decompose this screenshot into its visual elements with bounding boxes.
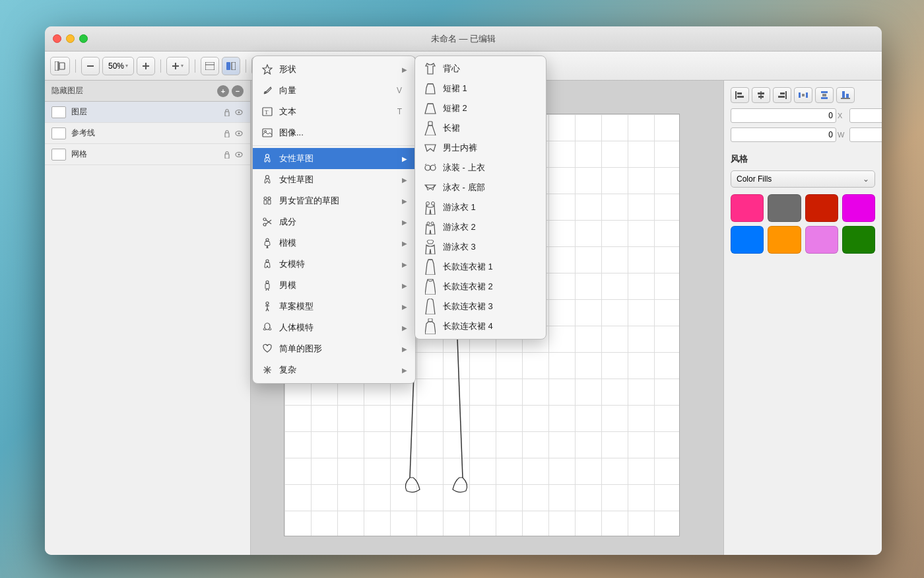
color-swatch-magenta[interactable] xyxy=(842,194,875,222)
w-input[interactable] xyxy=(731,127,836,142)
style-dropdown[interactable]: Color Fills ⌄ xyxy=(731,170,875,188)
svg-point-102 xyxy=(426,202,430,205)
submenu-item-long-dress-2[interactable]: 长款连衣裙 2 xyxy=(415,277,546,297)
submenu-item-long-dress-3[interactable]: 长款连衣裙 3 xyxy=(415,297,546,316)
menu-item-sketch-model[interactable]: 草案模型 ▶ xyxy=(253,296,415,317)
svg-rect-53 xyxy=(799,92,801,98)
color-swatch-blue[interactable] xyxy=(731,226,764,254)
menu-item-vector[interactable]: 向量 V ▶ xyxy=(253,80,415,101)
align-distribute-h-button[interactable] xyxy=(794,87,812,103)
color-swatch-gray[interactable] xyxy=(768,194,801,222)
menu-arrow-body-model: ▶ xyxy=(402,324,407,332)
svg-rect-82 xyxy=(265,284,269,289)
menu-item-text[interactable]: T 文本 T ▶ xyxy=(253,101,415,122)
color-swatch-green[interactable] xyxy=(842,226,875,254)
layer-eye-icon-2[interactable] xyxy=(234,150,244,159)
menu-item-image[interactable]: 图像... ▶ xyxy=(253,122,415,143)
menu-arrow-female-model: ▶ xyxy=(402,261,407,268)
layer-eye-icon-0[interactable] xyxy=(234,108,244,117)
color-swatch-red[interactable] xyxy=(805,194,838,222)
menu-arrow-female-selected: ▶ xyxy=(402,155,407,163)
layer-item-1[interactable]: 参考线 xyxy=(45,123,250,144)
align-left-button[interactable] xyxy=(731,87,749,103)
zoom-plus-button[interactable] xyxy=(137,57,155,75)
h-input[interactable] xyxy=(849,127,882,142)
remove-layer-button[interactable]: − xyxy=(232,85,244,97)
long-dress-2-icon xyxy=(423,279,438,294)
layers-header: 隐藏图层 + − xyxy=(45,81,250,102)
submenu-item-swimwear-top[interactable]: 泳装 - 上衣 xyxy=(415,158,546,178)
color-swatch-pink[interactable] xyxy=(731,194,764,222)
menu-item-male-model[interactable]: 男模 ▶ xyxy=(253,275,415,296)
svg-rect-58 xyxy=(822,94,826,96)
svg-point-103 xyxy=(432,202,435,205)
menu-item-mannequin[interactable]: 楷模 ▶ xyxy=(253,233,415,254)
svg-text:T: T xyxy=(265,109,269,116)
window-mode-1-button[interactable] xyxy=(201,57,219,75)
menu-item-simple-shapes[interactable]: 简单的图形 ▶ xyxy=(253,338,415,359)
menu-item-unisex[interactable]: 男女皆宜的草图 ▶ xyxy=(253,190,415,211)
submenu-item-short-skirt-1[interactable]: 短裙 1 xyxy=(415,79,546,98)
image-icon xyxy=(261,126,274,139)
minimize-button[interactable] xyxy=(66,34,75,43)
layers-title: 隐藏图层 xyxy=(51,85,83,96)
layer-eye-icon-1[interactable] xyxy=(234,129,244,138)
layer-lock-icon-0[interactable] xyxy=(222,108,232,117)
style-dropdown-label: Color Fills xyxy=(737,174,772,184)
layer-item-2[interactable]: 网格 xyxy=(45,144,250,165)
submenu-item-swimsuit-3[interactable]: 游泳衣 3 xyxy=(415,237,546,257)
layer-lock-icon-2[interactable] xyxy=(222,150,232,159)
window-mode-2-icon xyxy=(226,62,236,70)
zoom-minus-button[interactable] xyxy=(81,57,100,75)
x-input[interactable] xyxy=(731,108,836,123)
submenu-item-long-dress-1[interactable]: 长款连衣裙 1 xyxy=(415,257,546,277)
svg-point-85 xyxy=(266,302,269,305)
window-mode-2-button[interactable] xyxy=(222,57,240,75)
tank-top-icon xyxy=(423,61,438,76)
menu-sep-1 xyxy=(253,145,415,146)
submenu-item-swimsuit-2[interactable]: 游泳衣 2 xyxy=(415,217,546,237)
submenu-item-long-skirt[interactable]: 长裙 xyxy=(415,118,546,138)
color-swatch-orange[interactable] xyxy=(768,226,801,254)
submenu-item-swimsuit-1[interactable]: 游泳衣 1 xyxy=(415,198,546,217)
submenu-item-swimwear-bottom[interactable]: 泳衣 - 底部 xyxy=(415,178,546,198)
close-button[interactable] xyxy=(53,34,61,43)
align-center-h-button[interactable] xyxy=(752,87,770,103)
layer-thumb-1 xyxy=(51,127,66,139)
svg-rect-44 xyxy=(735,91,737,99)
menu-item-female-sketch-selected[interactable]: 女性草图 ▶ xyxy=(253,148,415,169)
layer-lock-icon-1[interactable] xyxy=(222,129,232,138)
submenu-item-long-dress-4[interactable]: 长款连衣裙 4 xyxy=(415,316,546,336)
menu-label-female-selected: 女性草图 xyxy=(279,153,402,164)
toolbar-sep-1 xyxy=(75,59,76,73)
menu-item-complex[interactable]: 复杂 ▶ xyxy=(253,359,415,380)
svg-rect-48 xyxy=(758,92,764,94)
menu-arrow-shapes: ▶ xyxy=(402,66,407,73)
layer-item-0[interactable]: 图层 xyxy=(45,102,250,123)
menu-item-shapes[interactable]: 形状 ▶ xyxy=(253,59,415,80)
submenu-item-short-skirt-2[interactable]: 短裙 2 xyxy=(415,98,546,118)
star-icon xyxy=(261,63,274,76)
submenu-item-tank-top[interactable]: 背心 xyxy=(415,59,546,79)
menu-item-body-model[interactable]: 人体模特 ▶ xyxy=(253,317,415,338)
color-swatch-light-pink[interactable] xyxy=(805,226,838,254)
align-distribute-v-button[interactable] xyxy=(815,87,834,103)
y-input[interactable] xyxy=(849,108,882,123)
zoom-level-display[interactable]: 50% ▾ xyxy=(102,57,134,75)
toolbar-sep-3 xyxy=(195,59,195,73)
align-right-button[interactable] xyxy=(773,87,791,103)
sidebar-toggle-button[interactable] xyxy=(50,57,70,75)
submenu-item-mens-underwear[interactable]: 男士内裤 xyxy=(415,138,546,158)
menu-item-female-model[interactable]: 女模特 ▶ xyxy=(253,254,415,275)
svg-point-105 xyxy=(431,222,434,225)
text-icon: T xyxy=(261,105,274,118)
swimsuit-1-icon xyxy=(423,200,438,215)
menu-item-components[interactable]: 成分 ▶ xyxy=(253,211,415,233)
menu-arrow-components: ▶ xyxy=(402,219,407,226)
maximize-button[interactable] xyxy=(79,34,88,43)
align-bottom-button[interactable] xyxy=(836,87,855,103)
insert-button[interactable]: ▾ xyxy=(166,57,189,75)
add-layer-button[interactable]: + xyxy=(217,85,229,97)
svg-line-89 xyxy=(267,308,269,311)
menu-item-female-sketch[interactable]: 女性草图 ▶ xyxy=(253,169,415,190)
